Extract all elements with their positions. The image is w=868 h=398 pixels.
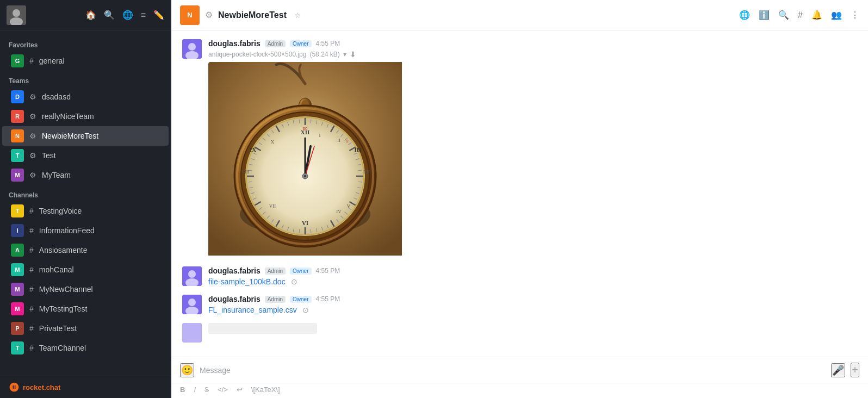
message-row-3: douglas.fabris Admin Owner 4:55 PM FL_in… [182, 295, 857, 314]
test-label: Test [42, 151, 56, 160]
mytestingtest-avatar: M [11, 302, 24, 315]
header-info-icon[interactable]: ℹ️ [759, 10, 770, 20]
msg2-owner-badge: Owner [290, 268, 311, 275]
sidebar-item-mohcanal[interactable]: M # mohCanal [2, 260, 169, 279]
svg-text:IX: IX [250, 146, 256, 153]
ch-hash-icon6: # [29, 304, 34, 313]
svg-text:V: V [347, 203, 351, 209]
msg3-avatar [182, 295, 202, 314]
search-icon[interactable]: 🔍 [104, 10, 115, 20]
msg2-avatar [182, 266, 202, 286]
team-hash-icon3: ⚙ [29, 132, 36, 140]
svg-point-99 [188, 298, 196, 306]
msg3-owner-badge: Owner [290, 296, 311, 303]
team-hash-icon4: ⚙ [29, 151, 36, 160]
msg1-owner-badge: Owner [290, 40, 311, 47]
sidebar-item-mytestingtest[interactable]: M # MyTestingTest [2, 299, 169, 319]
sidebar-toolbar: 🏠 🔍 🌐 ≡ ✏️ [85, 10, 164, 20]
svg-text:IIII: IIII [363, 169, 370, 175]
svg-point-1 [13, 9, 20, 17]
channel-header-avatar: N [180, 5, 200, 25]
mohcanal-avatar: M [11, 263, 24, 276]
svg-text:VI: VI [302, 220, 308, 226]
sidebar-item-newbiemoretest[interactable]: N ⚙ NewbieMoreTest [2, 126, 169, 146]
format-code[interactable]: </> [218, 385, 228, 394]
msg1-image-container[interactable]: XII III VI IX II IIII V VII VIII X I IV … [208, 62, 404, 258]
sidebar-header: 🏠 🔍 🌐 ≡ ✏️ [0, 0, 171, 30]
msg4-avatar [182, 323, 202, 343]
star-icon[interactable]: ☆ [294, 11, 301, 20]
dsadasd-avatar: D [11, 90, 24, 103]
sidebar-item-teamchannel[interactable]: T # TeamChannel [2, 338, 169, 358]
format-multiline[interactable]: ↩ [237, 385, 243, 394]
header-search-icon[interactable]: 🔍 [778, 10, 789, 20]
msg3-time: 4:55 PM [316, 295, 340, 303]
sidebar-item-test[interactable]: T ⚙ Test [2, 146, 169, 165]
compose-icon[interactable]: ✏️ [153, 10, 164, 20]
svg-point-4 [188, 43, 196, 51]
privatetest-label: PrivateTest [39, 324, 77, 333]
message-input[interactable] [200, 366, 826, 375]
sidebar-item-myteam[interactable]: M ⚙ MyTeam [2, 165, 169, 185]
format-bold[interactable]: B [180, 385, 185, 394]
mytestingtest-label: MyTestingTest [39, 304, 88, 313]
msg2-file-link[interactable]: file-sample_100kB.doc [208, 277, 286, 286]
header-globe-icon[interactable]: 🌐 [739, 10, 750, 20]
header-bell-icon[interactable]: 🔔 [811, 10, 822, 20]
sidebar-item-general[interactable]: G # general [2, 51, 169, 71]
messages-area: douglas.fabris Admin Owner 4:55 PM antiq… [171, 30, 868, 357]
main-header: N ⚙ NewbieMoreTest ☆ 🌐 ℹ️ 🔍 # 🔔 👥 ⋮ [171, 0, 868, 30]
msg2-username: douglas.fabris [208, 266, 261, 275]
general-label: general [39, 57, 65, 65]
user-avatar[interactable] [7, 5, 26, 25]
format-katex[interactable]: \[KaTeX\] [251, 385, 280, 394]
home-icon[interactable]: 🏠 [85, 10, 96, 20]
msg1-time: 4:55 PM [316, 40, 340, 47]
team-hash-icon5: ⚙ [29, 171, 36, 179]
svg-text:X: X [271, 139, 275, 145]
format-italic[interactable]: I [194, 385, 196, 394]
msg1-filesize: (58.24 kB) [309, 51, 339, 58]
sidebar-item-ansiosamente[interactable]: A # Ansiosamente [2, 240, 169, 260]
header-hash-btn[interactable]: # [798, 10, 803, 20]
newbiemoretest-avatar: N [11, 129, 24, 142]
message-input-area: 🙂 🎤 + B I S̶ </> ↩ \[KaTeX\] [171, 357, 868, 398]
msg3-admin-badge: Admin [265, 296, 286, 303]
reallyniceteam-avatar: R [11, 110, 24, 123]
sidebar-item-informationfeed[interactable]: I # InformationFeed [2, 221, 169, 240]
test-avatar: T [11, 149, 24, 162]
msg1-download-icon[interactable]: ⬇ [350, 50, 356, 59]
sort-icon[interactable]: ≡ [141, 10, 146, 20]
msg3-action-icon[interactable]: ⊙ [302, 306, 309, 314]
msg3-meta: douglas.fabris Admin Owner 4:55 PM [208, 295, 857, 303]
teamchannel-label: TeamChannel [39, 344, 86, 352]
header-kebab-icon[interactable]: ⋮ [851, 10, 859, 20]
msg3-file-link[interactable]: FL_insurance_sample.csv [208, 306, 297, 314]
team-hash-icon2: ⚙ [29, 112, 36, 121]
mic-button[interactable]: 🎤 [831, 363, 845, 377]
header-hash-icon: ⚙ [205, 10, 213, 20]
msg1-username: douglas.fabris [208, 39, 261, 48]
sidebar-item-testingvoice[interactable]: T # TestingVoice [2, 201, 169, 221]
sidebar-item-privatetest[interactable]: P # PrivateTest [2, 319, 169, 338]
sidebar-footer: rocket.chat [0, 376, 171, 398]
svg-point-94 [304, 175, 306, 177]
sidebar-item-reallynicense[interactable]: R ⚙ reallyNiceTeam [2, 107, 169, 126]
msg2-meta: douglas.fabris Admin Owner 4:55 PM [208, 266, 857, 275]
sidebar-item-dsadasd[interactable]: D ⚙ dsadasd [2, 87, 169, 107]
msg2-file-row: file-sample_100kB.doc ⊙ [208, 277, 857, 286]
format-strike[interactable]: S̶ [204, 385, 209, 394]
msg1-admin-badge: Admin [265, 40, 286, 47]
emoji-button[interactable]: 🙂 [180, 363, 194, 377]
msg1-collapse-icon[interactable]: ▾ [343, 51, 346, 58]
msg2-action-icon[interactable]: ⊙ [291, 277, 297, 286]
add-button[interactable]: + [851, 363, 859, 377]
message-row-1: douglas.fabris Admin Owner 4:55 PM antiq… [182, 39, 857, 258]
teams-label: Teams [0, 71, 171, 87]
header-actions: 🌐 ℹ️ 🔍 # 🔔 👥 ⋮ [739, 10, 859, 20]
sidebar-item-mynewchannel[interactable]: M # MyNewChannel [2, 279, 169, 299]
globe-icon[interactable]: 🌐 [122, 10, 133, 20]
header-members-icon[interactable]: 👥 [831, 10, 842, 20]
msg1-avatar [182, 39, 202, 59]
svg-text:IV: IV [336, 209, 342, 214]
